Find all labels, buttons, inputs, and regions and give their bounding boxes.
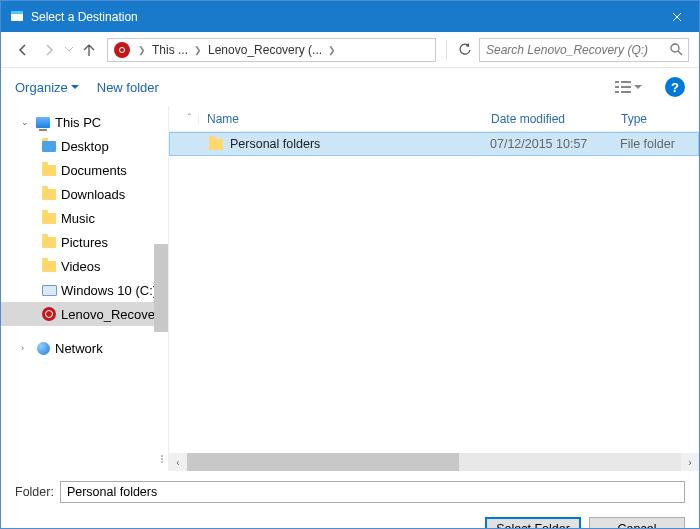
- svg-rect-6: [621, 81, 631, 83]
- chevron-right-icon: ❯: [192, 45, 204, 55]
- chevron-right-icon: ›: [21, 343, 31, 353]
- chevron-down-icon: ⌄: [21, 117, 31, 127]
- tree-label: Music: [61, 211, 95, 226]
- scroll-track[interactable]: [187, 453, 681, 471]
- tree-pictures[interactable]: Pictures: [1, 230, 168, 254]
- tree-videos[interactable]: Videos: [1, 254, 168, 278]
- button-row: Select Folder Cancel: [15, 517, 685, 529]
- folder-label: Folder:: [15, 485, 54, 499]
- svg-point-3: [671, 44, 679, 52]
- tree-music[interactable]: Music: [1, 206, 168, 230]
- scroll-thumb[interactable]: [187, 453, 459, 471]
- horizontal-scrollbar[interactable]: ‹ ›: [169, 453, 699, 471]
- folder-icon: [42, 213, 56, 224]
- folder-icon: [42, 189, 56, 200]
- folder-icon: [42, 165, 56, 176]
- file-row[interactable]: Personal folders 07/12/2015 10:57 File f…: [169, 132, 699, 156]
- back-button[interactable]: [11, 38, 35, 62]
- help-button[interactable]: ?: [665, 77, 685, 97]
- chevron-right-icon: ❯: [136, 45, 148, 55]
- folder-icon: [42, 261, 56, 272]
- footer: Folder: Select Folder Cancel: [1, 471, 699, 529]
- tree-label: Videos: [61, 259, 101, 274]
- column-headers: ˆ Name Date modified Type: [169, 106, 699, 132]
- breadcrumb-segment[interactable]: Lenovo_Recovery (...: [204, 39, 326, 61]
- rows-container: Personal folders 07/12/2015 10:57 File f…: [169, 132, 699, 453]
- column-type[interactable]: Type: [621, 112, 699, 126]
- network-icon: [37, 342, 50, 355]
- folder-input[interactable]: [60, 481, 685, 503]
- view-options-button[interactable]: [610, 76, 647, 98]
- file-date: 07/12/2015 10:57: [490, 137, 620, 151]
- svg-rect-7: [615, 86, 619, 88]
- svg-rect-5: [615, 81, 619, 83]
- tree-network[interactable]: ›Network: [1, 336, 168, 360]
- file-list: ˆ Name Date modified Type Personal folde…: [169, 106, 699, 471]
- window-title: Select a Destination: [31, 10, 654, 24]
- tree-label: Windows 10 (C:): [61, 283, 157, 298]
- select-folder-button[interactable]: Select Folder: [485, 517, 581, 529]
- pc-icon: [36, 117, 50, 128]
- titlebar: Select a Destination: [1, 1, 699, 32]
- folder-icon: [42, 237, 56, 248]
- column-name[interactable]: Name: [207, 112, 491, 126]
- toolbar: Organize New folder ?: [1, 68, 699, 106]
- recovery-icon: [42, 307, 56, 321]
- breadcrumb-segment[interactable]: This ...: [148, 39, 192, 61]
- file-name: Personal folders: [230, 137, 490, 151]
- svg-rect-10: [621, 91, 631, 93]
- scroll-left-icon[interactable]: ‹: [169, 453, 187, 471]
- app-icon: [9, 9, 25, 25]
- nav-row: ❯ This ... ❯ Lenovo_Recovery (... ❯: [1, 32, 699, 68]
- column-date[interactable]: Date modified: [491, 112, 621, 126]
- tree-label: Documents: [61, 163, 127, 178]
- svg-line-4: [678, 51, 682, 55]
- up-button[interactable]: [77, 38, 101, 62]
- tree-label: Downloads: [61, 187, 125, 202]
- search-box[interactable]: [479, 38, 689, 62]
- file-type: File folder: [620, 137, 698, 151]
- body: ⌄This PC Desktop Documents Downloads Mus…: [1, 106, 699, 471]
- tree-win10-drive[interactable]: Windows 10 (C:): [1, 278, 168, 302]
- separator: [446, 40, 447, 60]
- svg-rect-9: [615, 91, 619, 93]
- tree-label: Desktop: [61, 139, 109, 154]
- tree-downloads[interactable]: Downloads: [1, 182, 168, 206]
- scroll-right-icon[interactable]: ›: [681, 453, 699, 471]
- tree-desktop[interactable]: Desktop: [1, 134, 168, 158]
- search-input[interactable]: [480, 43, 664, 57]
- chevron-right-icon: ❯: [326, 45, 338, 55]
- search-icon[interactable]: [664, 38, 688, 62]
- tree-recovery-drive[interactable]: Lenovo_Recovery: [1, 302, 168, 326]
- refresh-button[interactable]: [453, 38, 477, 62]
- drive-recovery-icon: [114, 42, 130, 58]
- folder-icon: [42, 141, 56, 152]
- cancel-button[interactable]: Cancel: [589, 517, 685, 529]
- history-dropdown[interactable]: [63, 38, 75, 62]
- svg-rect-8: [621, 86, 631, 88]
- tree-label: Lenovo_Recovery: [61, 307, 166, 322]
- tree-label: Network: [55, 341, 103, 356]
- drive-icon: [42, 285, 57, 296]
- close-button[interactable]: [654, 1, 699, 32]
- address-bar[interactable]: ❯ This ... ❯ Lenovo_Recovery (... ❯: [107, 38, 436, 62]
- splitter-grip[interactable]: [155, 446, 169, 471]
- tree-this-pc[interactable]: ⌄This PC: [1, 110, 168, 134]
- tree-label: This PC: [55, 115, 101, 130]
- svg-point-2: [120, 47, 125, 52]
- folder-icon: [209, 139, 223, 150]
- forward-button[interactable]: [37, 38, 61, 62]
- tree-documents[interactable]: Documents: [1, 158, 168, 182]
- tree-label: Pictures: [61, 235, 108, 250]
- organize-button[interactable]: Organize: [15, 80, 79, 95]
- new-folder-button[interactable]: New folder: [97, 80, 159, 95]
- svg-rect-1: [11, 11, 23, 14]
- folder-row: Folder:: [15, 481, 685, 503]
- sidebar-scrollbar[interactable]: [154, 244, 168, 332]
- sidebar: ⌄This PC Desktop Documents Downloads Mus…: [1, 106, 169, 471]
- sort-indicator-icon[interactable]: ˆ: [181, 113, 199, 124]
